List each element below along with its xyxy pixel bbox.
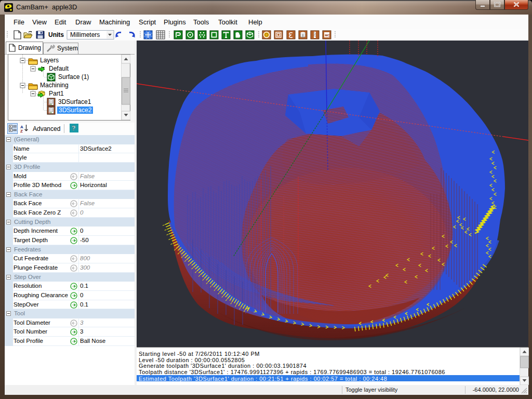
- svg-text:Z: Z: [20, 129, 23, 133]
- svg-text:Millimeters: Millimeters: [70, 31, 100, 38]
- svg-text:Units: Units: [48, 31, 64, 38]
- svg-text:MC: MC: [325, 34, 330, 37]
- svg-text:?: ?: [72, 125, 75, 132]
